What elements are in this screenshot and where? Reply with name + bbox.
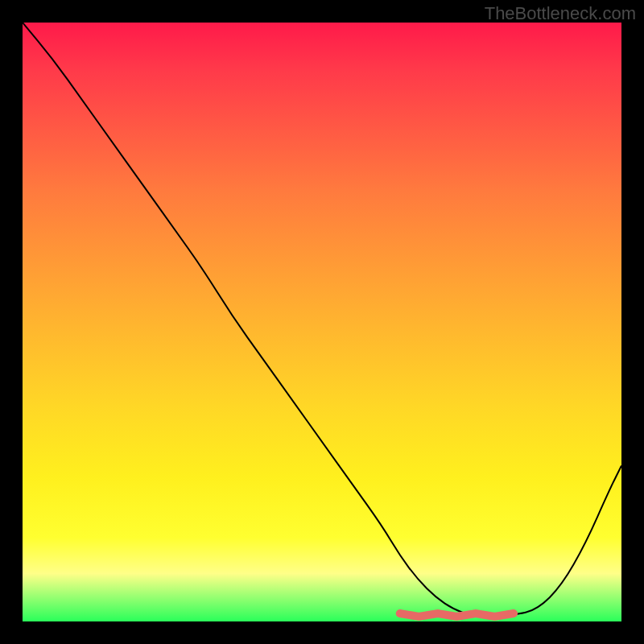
plot-area: [23, 23, 621, 621]
optimal-range-marker: [400, 613, 514, 617]
bottleneck-curve: [23, 23, 621, 616]
curve-svg: [23, 23, 621, 621]
watermark-text: TheBottleneck.com: [485, 3, 636, 24]
chart-frame: TheBottleneck.com: [0, 0, 644, 644]
